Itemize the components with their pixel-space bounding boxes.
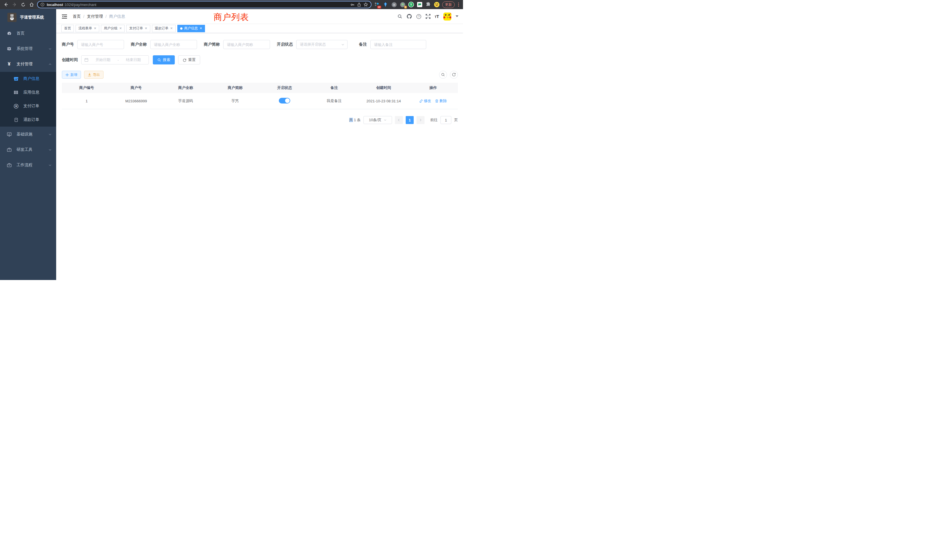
full-name-input[interactable] (150, 40, 197, 49)
col-header: 商户号 (112, 85, 161, 90)
close-icon[interactable]: ✕ (119, 27, 122, 30)
edit-row-button[interactable]: 修改 (419, 98, 431, 103)
sidebar-item-label: 系统管理 (17, 46, 48, 51)
table-row: 1 M233666999 芋道源码 芋艿 我是备注 2021-10-23 08:… (62, 93, 458, 109)
sidebar-fold-icon[interactable] (60, 12, 69, 21)
sidebar-item-merchant-info[interactable]: 商户信息 (0, 72, 56, 86)
storefront-icon (12, 76, 20, 81)
tab-process-form[interactable]: 流程表单✕ (76, 25, 99, 32)
svg-text:?: ? (418, 15, 420, 18)
merchant-no-input[interactable] (77, 40, 124, 49)
password-key-icon[interactable] (350, 3, 355, 7)
svg-text:⌘: ⌘ (393, 3, 396, 6)
profile-smiley-avatar[interactable] (434, 2, 440, 8)
chrome-update-button[interactable]: 更新 (442, 2, 455, 8)
yen-circle-icon: ¥ (12, 104, 20, 109)
bookmark-star-icon[interactable] (363, 2, 368, 7)
reset-button[interactable]: 重置 (178, 55, 200, 64)
prev-page-button[interactable] (395, 116, 403, 124)
sidebar-submenu-pay: 商户信息 应用信息 ¥ 支付订单 退款订单 (0, 72, 56, 127)
sidebar-item-dev-tools[interactable]: 研发工具 (0, 142, 56, 157)
status-select[interactable]: 请选择开启状态 (296, 40, 348, 49)
extension-gem-icon[interactable] (382, 2, 389, 8)
extension-y-icon[interactable]: Y (408, 2, 414, 8)
col-header: 商户全称 (161, 85, 210, 90)
site-info-icon[interactable] (41, 3, 44, 6)
page-annotation-title: 商户列表 (213, 11, 249, 23)
tab-home[interactable]: 首页 (61, 25, 74, 32)
sidebar-item-workflow[interactable]: 工作流程 (0, 157, 56, 173)
breadcrumb-pay[interactable]: 支付管理 (87, 14, 103, 19)
sidebar-item-refund-order[interactable]: 退款订单 (0, 113, 56, 127)
browser-menu-icon[interactable] (457, 3, 460, 6)
filter-label-full-name: 商户全称 (131, 42, 147, 47)
status-toggle[interactable] (279, 98, 290, 103)
browser-reload-button[interactable] (20, 2, 26, 8)
extension-chat-icon[interactable] (416, 2, 423, 8)
breadcrumb-home[interactable]: 首页 (73, 14, 81, 19)
add-button[interactable]: 新增 (62, 71, 81, 79)
browser-forward-button[interactable] (11, 2, 18, 8)
close-icon[interactable]: ✕ (200, 27, 202, 30)
sidebar-logo[interactable]: 芋道管理系统 (0, 9, 56, 26)
tags-view: 首页 流程表单✕ 用户分组✕ 支付订单✕ 退款订单✕ 商户信息✕ (56, 24, 463, 33)
help-icon[interactable]: ? (416, 14, 421, 19)
calendar-icon (85, 58, 88, 62)
end-date-placeholder: 结束日期 (121, 57, 146, 62)
sidebar-item-label: 商户信息 (23, 76, 51, 81)
page-number-1[interactable]: 1 (406, 116, 414, 124)
extensions-puzzle-icon[interactable] (425, 2, 431, 8)
extension-command-icon[interactable]: ⌘ (391, 2, 397, 8)
github-icon[interactable] (407, 14, 412, 19)
sidebar-item-app-info[interactable]: 应用信息 (0, 86, 56, 99)
search-button[interactable]: 搜索 (153, 55, 175, 64)
font-size-icon[interactable]: TT (435, 14, 439, 19)
user-avatar[interactable] (443, 12, 451, 21)
tab-merchant-info[interactable]: 商户信息✕ (177, 25, 205, 32)
browser-home-button[interactable] (29, 2, 35, 8)
share-icon[interactable] (357, 3, 361, 7)
close-icon[interactable]: ✕ (145, 27, 147, 30)
extension-recorder-icon[interactable]: 1 (399, 2, 406, 8)
tab-pay-order[interactable]: 支付订单✕ (126, 25, 150, 32)
start-date-placeholder: 开始日期 (91, 57, 115, 62)
sidebar-item-label: 基础设施 (17, 132, 48, 137)
sidebar-item-label: 支付订单 (23, 103, 51, 109)
sidebar-item-label: 首页 (17, 31, 51, 36)
extension-grid-icon[interactable]: 10 (374, 2, 380, 8)
browser-back-button[interactable] (3, 2, 9, 8)
create-time-range-picker[interactable]: 开始日期 - 结束日期 (81, 55, 149, 64)
monitor-check-icon (6, 132, 12, 137)
merchant-table: 商户编号 商户号 商户全称 商户简称 开启状态 备注 创建时间 操作 1 M23… (62, 83, 458, 109)
range-separator: - (118, 58, 119, 62)
tab-user-group[interactable]: 用户分组✕ (101, 25, 125, 32)
remark-input[interactable] (370, 40, 426, 49)
toolbox-icon (6, 163, 12, 168)
page-size-select[interactable]: 10条/页 (363, 116, 392, 124)
sidebar-item-pay-order[interactable]: ¥ 支付订单 (0, 99, 56, 113)
delete-row-button[interactable]: 删除 (435, 98, 447, 103)
sidebar-item-pay[interactable]: ¥ 支付管理 (0, 56, 56, 72)
goto-page-input[interactable] (440, 116, 451, 124)
sidebar-item-home[interactable]: 首页 (0, 26, 56, 41)
total-text: 共 1 条 (349, 118, 361, 123)
export-button[interactable]: 导出 (84, 71, 103, 79)
col-header: 商户编号 (62, 85, 112, 90)
sidebar-item-system[interactable]: 系统管理 (0, 41, 56, 56)
tab-refund-order[interactable]: 退款订单✕ (152, 25, 176, 32)
fullscreen-icon[interactable] (426, 14, 431, 19)
extension-badge: 1 (404, 6, 407, 9)
close-icon[interactable]: ✕ (94, 27, 96, 30)
header-search-icon[interactable] (398, 14, 402, 19)
address-bar[interactable]: localhost:1024/pay/merchant (37, 1, 371, 8)
col-header: 商户简称 (210, 85, 260, 90)
refresh-table-button[interactable] (450, 71, 458, 79)
user-menu-caret-icon[interactable] (455, 15, 458, 17)
filter-label-short-name: 商户简称 (204, 42, 220, 47)
toggle-search-button[interactable] (439, 71, 447, 79)
next-page-button[interactable] (416, 116, 425, 124)
sidebar-item-infrastructure[interactable]: 基础设施 (0, 127, 56, 142)
close-icon[interactable]: ✕ (170, 27, 173, 30)
cell-merchant-no: M233666999 (112, 99, 161, 103)
short-name-input[interactable] (223, 40, 270, 49)
